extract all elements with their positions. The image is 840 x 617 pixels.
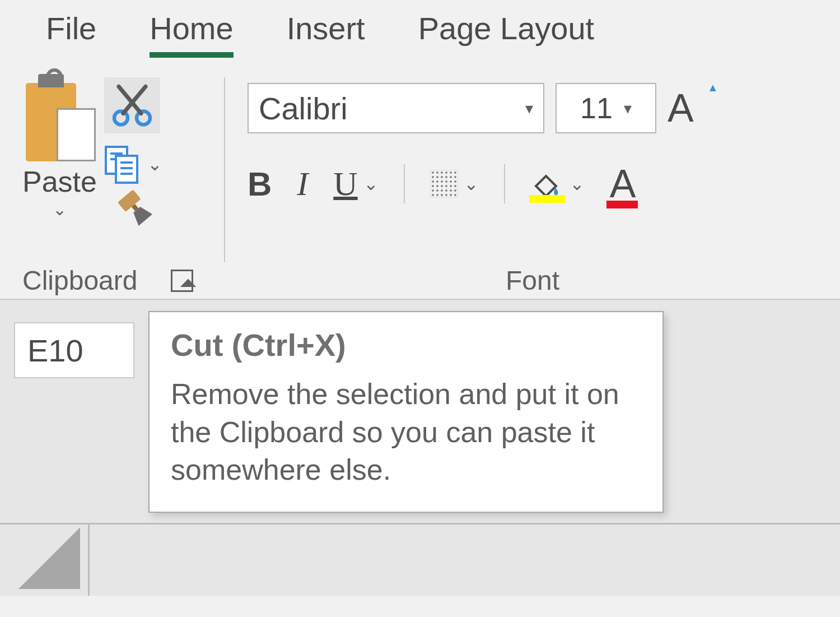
- font-size-combo[interactable]: 11 ▾: [556, 83, 656, 133]
- tooltip-body: Remove the selection and put it on the C…: [171, 375, 641, 489]
- font-color-icon: A: [610, 161, 636, 206]
- chevron-down-icon: ▾: [624, 99, 632, 118]
- font-name-combo[interactable]: Calibri ▾: [248, 83, 544, 133]
- borders-button[interactable]: ⌄: [430, 170, 479, 198]
- format-painter-button[interactable]: [104, 187, 161, 244]
- font-group-label: Font: [506, 265, 559, 296]
- chevron-down-icon: ⌄: [363, 173, 379, 194]
- select-all-cell[interactable]: [0, 523, 90, 596]
- increase-font-size-button[interactable]: A: [668, 86, 705, 131]
- cell-reference-value: E10: [27, 332, 83, 369]
- separator: [404, 164, 405, 203]
- borders-icon: [430, 170, 458, 198]
- italic-button[interactable]: I: [297, 165, 308, 203]
- separator: [504, 164, 505, 203]
- name-box[interactable]: E10: [14, 322, 134, 378]
- font-name-value: Calibri: [259, 90, 348, 127]
- ribbon-tabs: File Home Insert Page Layout: [0, 0, 840, 58]
- paste-label: Paste: [22, 165, 97, 198]
- fill-color-icon: [530, 167, 564, 201]
- chevron-down-icon: ▾: [525, 99, 533, 118]
- font-group: Calibri ▾ 11 ▾ A B I U ⌄ ⌄: [225, 72, 840, 293]
- copy-icon: [102, 145, 142, 184]
- chevron-down-icon: ⌄: [570, 173, 585, 194]
- bold-button[interactable]: B: [248, 165, 272, 203]
- tab-home[interactable]: Home: [150, 10, 233, 58]
- tab-insert[interactable]: Insert: [287, 10, 365, 58]
- grid-header-row: [0, 523, 840, 596]
- svg-line-2: [123, 86, 146, 113]
- underline-icon: U: [333, 165, 357, 203]
- scissors-icon: [110, 83, 155, 128]
- clipboard-dialog-launcher[interactable]: [171, 270, 193, 292]
- clipboard-group: Paste ⌄: [0, 72, 224, 293]
- increase-font-size-icon: A: [668, 86, 694, 130]
- clipboard-group-label: Clipboard: [22, 265, 137, 296]
- cut-tooltip: Cut (Ctrl+X) Remove the selection and pu…: [148, 311, 664, 513]
- fill-color-button[interactable]: ⌄: [530, 167, 585, 201]
- copy-dropdown-chevron[interactable]: ⌄: [147, 154, 162, 175]
- ribbon: Paste ⌄: [0, 58, 840, 293]
- copy-button[interactable]: ⌄: [102, 145, 162, 184]
- font-color-button[interactable]: A: [610, 161, 636, 206]
- underline-button[interactable]: U ⌄: [333, 165, 378, 203]
- tooltip-title: Cut (Ctrl+X): [171, 327, 641, 363]
- cut-button[interactable]: [104, 77, 160, 133]
- tab-file[interactable]: File: [46, 10, 96, 58]
- paste-button[interactable]: Paste ⌄: [22, 72, 97, 219]
- select-all-triangle-icon: [18, 527, 80, 589]
- paste-dropdown-chevron[interactable]: ⌄: [53, 200, 67, 219]
- tab-page-layout[interactable]: Page Layout: [418, 10, 594, 58]
- font-size-value: 11: [580, 91, 613, 125]
- formula-bar-area: E10 Cut (Ctrl+X) Remove the selection an…: [0, 299, 840, 596]
- format-painter-icon: [104, 187, 156, 238]
- paste-icon: [26, 77, 93, 161]
- svg-line-3: [119, 86, 141, 113]
- chevron-down-icon: ⌄: [464, 173, 479, 194]
